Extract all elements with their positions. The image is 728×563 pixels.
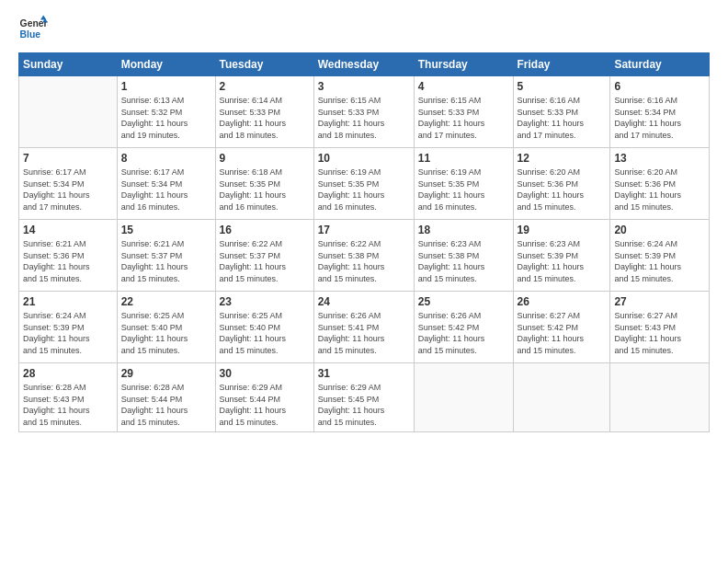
calendar-cell: 20Sunrise: 6:24 AM Sunset: 5:39 PM Dayli… bbox=[610, 220, 710, 292]
calendar-cell: 5Sunrise: 6:16 AM Sunset: 5:33 PM Daylig… bbox=[513, 76, 610, 148]
calendar-cell: 15Sunrise: 6:21 AM Sunset: 5:37 PM Dayli… bbox=[117, 220, 215, 292]
day-number: 20 bbox=[614, 224, 705, 236]
day-info: Sunrise: 6:28 AM Sunset: 5:43 PM Dayligh… bbox=[23, 382, 113, 428]
day-number: 26 bbox=[518, 295, 607, 308]
calendar-cell: 16Sunrise: 6:22 AM Sunset: 5:37 PM Dayli… bbox=[215, 220, 313, 292]
day-info: Sunrise: 6:28 AM Sunset: 5:44 PM Dayligh… bbox=[121, 382, 211, 428]
day-number: 3 bbox=[318, 80, 410, 93]
day-number: 17 bbox=[318, 224, 410, 236]
day-info: Sunrise: 6:23 AM Sunset: 5:38 PM Dayligh… bbox=[418, 238, 509, 284]
calendar-cell: 7Sunrise: 6:17 AM Sunset: 5:34 PM Daylig… bbox=[19, 148, 118, 220]
calendar-cell: 1Sunrise: 6:13 AM Sunset: 5:32 PM Daylig… bbox=[117, 76, 215, 148]
day-number: 25 bbox=[418, 295, 509, 308]
day-info: Sunrise: 6:25 AM Sunset: 5:40 PM Dayligh… bbox=[220, 310, 310, 356]
day-info: Sunrise: 6:22 AM Sunset: 5:37 PM Dayligh… bbox=[220, 238, 310, 284]
weekday-header: Sunday bbox=[19, 53, 118, 76]
calendar-cell: 31Sunrise: 6:29 AM Sunset: 5:45 PM Dayli… bbox=[313, 363, 414, 432]
day-info: Sunrise: 6:21 AM Sunset: 5:37 PM Dayligh… bbox=[121, 238, 211, 284]
svg-text:General: General bbox=[20, 18, 48, 29]
day-number: 2 bbox=[220, 80, 310, 93]
weekday-header: Friday bbox=[513, 53, 610, 76]
day-number: 9 bbox=[220, 152, 310, 165]
day-info: Sunrise: 6:15 AM Sunset: 5:33 PM Dayligh… bbox=[418, 95, 509, 141]
day-info: Sunrise: 6:24 AM Sunset: 5:39 PM Dayligh… bbox=[23, 310, 113, 356]
day-number: 22 bbox=[121, 295, 211, 308]
calendar-cell bbox=[610, 363, 710, 432]
day-number: 15 bbox=[121, 224, 211, 236]
calendar-cell: 4Sunrise: 6:15 AM Sunset: 5:33 PM Daylig… bbox=[414, 76, 513, 148]
day-info: Sunrise: 6:13 AM Sunset: 5:32 PM Dayligh… bbox=[121, 95, 211, 141]
calendar-cell: 24Sunrise: 6:26 AM Sunset: 5:41 PM Dayli… bbox=[313, 292, 414, 363]
calendar-cell: 19Sunrise: 6:23 AM Sunset: 5:39 PM Dayli… bbox=[513, 220, 610, 292]
day-number: 11 bbox=[418, 152, 509, 165]
weekday-header: Thursday bbox=[414, 53, 513, 76]
calendar-week-row: 1Sunrise: 6:13 AM Sunset: 5:32 PM Daylig… bbox=[19, 76, 710, 148]
day-number: 7 bbox=[23, 152, 113, 165]
calendar-week-row: 14Sunrise: 6:21 AM Sunset: 5:36 PM Dayli… bbox=[19, 220, 710, 292]
day-number: 14 bbox=[23, 224, 113, 236]
day-info: Sunrise: 6:14 AM Sunset: 5:33 PM Dayligh… bbox=[220, 95, 310, 141]
logo-icon: General Blue bbox=[18, 14, 48, 43]
calendar-cell: 8Sunrise: 6:17 AM Sunset: 5:34 PM Daylig… bbox=[117, 148, 215, 220]
calendar-cell: 18Sunrise: 6:23 AM Sunset: 5:38 PM Dayli… bbox=[414, 220, 513, 292]
day-info: Sunrise: 6:18 AM Sunset: 5:35 PM Dayligh… bbox=[220, 167, 310, 213]
day-info: Sunrise: 6:16 AM Sunset: 5:33 PM Dayligh… bbox=[518, 95, 607, 141]
day-number: 1 bbox=[121, 80, 211, 93]
svg-marker-2 bbox=[40, 16, 46, 20]
page-container: General Blue SundayMondayTuesdayWednesda… bbox=[0, 0, 728, 563]
header: General Blue bbox=[18, 14, 710, 43]
day-number: 13 bbox=[614, 152, 705, 165]
day-info: Sunrise: 6:26 AM Sunset: 5:41 PM Dayligh… bbox=[318, 310, 410, 356]
calendar-cell: 14Sunrise: 6:21 AM Sunset: 5:36 PM Dayli… bbox=[19, 220, 118, 292]
calendar-week-row: 7Sunrise: 6:17 AM Sunset: 5:34 PM Daylig… bbox=[19, 148, 710, 220]
day-number: 6 bbox=[614, 80, 705, 93]
calendar-cell: 11Sunrise: 6:19 AM Sunset: 5:35 PM Dayli… bbox=[414, 148, 513, 220]
calendar-cell: 29Sunrise: 6:28 AM Sunset: 5:44 PM Dayli… bbox=[117, 363, 215, 432]
day-info: Sunrise: 6:25 AM Sunset: 5:40 PM Dayligh… bbox=[121, 310, 211, 356]
day-info: Sunrise: 6:15 AM Sunset: 5:33 PM Dayligh… bbox=[318, 95, 410, 141]
weekday-header: Tuesday bbox=[215, 53, 313, 76]
calendar-table: SundayMondayTuesdayWednesdayThursdayFrid… bbox=[18, 52, 710, 432]
day-number: 4 bbox=[418, 80, 509, 93]
calendar-cell: 13Sunrise: 6:20 AM Sunset: 5:36 PM Dayli… bbox=[610, 148, 710, 220]
day-info: Sunrise: 6:21 AM Sunset: 5:36 PM Dayligh… bbox=[23, 238, 113, 284]
calendar-cell: 26Sunrise: 6:27 AM Sunset: 5:42 PM Dayli… bbox=[513, 292, 610, 363]
day-info: Sunrise: 6:20 AM Sunset: 5:36 PM Dayligh… bbox=[518, 167, 607, 213]
day-number: 18 bbox=[418, 224, 509, 236]
day-info: Sunrise: 6:19 AM Sunset: 5:35 PM Dayligh… bbox=[418, 167, 509, 213]
day-info: Sunrise: 6:27 AM Sunset: 5:42 PM Dayligh… bbox=[518, 310, 607, 356]
calendar-cell: 21Sunrise: 6:24 AM Sunset: 5:39 PM Dayli… bbox=[19, 292, 118, 363]
day-info: Sunrise: 6:20 AM Sunset: 5:36 PM Dayligh… bbox=[614, 167, 705, 213]
svg-text:Blue: Blue bbox=[20, 29, 41, 40]
calendar-header-row: SundayMondayTuesdayWednesdayThursdayFrid… bbox=[19, 53, 710, 76]
calendar-cell bbox=[19, 76, 118, 148]
day-number: 12 bbox=[518, 152, 607, 165]
day-info: Sunrise: 6:16 AM Sunset: 5:34 PM Dayligh… bbox=[614, 95, 705, 141]
day-number: 27 bbox=[614, 295, 705, 308]
calendar-cell: 3Sunrise: 6:15 AM Sunset: 5:33 PM Daylig… bbox=[313, 76, 414, 148]
day-info: Sunrise: 6:19 AM Sunset: 5:35 PM Dayligh… bbox=[318, 167, 410, 213]
day-number: 21 bbox=[23, 295, 113, 308]
day-info: Sunrise: 6:17 AM Sunset: 5:34 PM Dayligh… bbox=[121, 167, 211, 213]
day-number: 10 bbox=[318, 152, 410, 165]
day-info: Sunrise: 6:26 AM Sunset: 5:42 PM Dayligh… bbox=[418, 310, 509, 356]
day-number: 5 bbox=[518, 80, 607, 93]
day-number: 29 bbox=[121, 367, 211, 380]
calendar-cell bbox=[513, 363, 610, 432]
calendar-cell: 30Sunrise: 6:29 AM Sunset: 5:44 PM Dayli… bbox=[215, 363, 313, 432]
logo: General Blue bbox=[18, 14, 48, 43]
day-number: 8 bbox=[121, 152, 211, 165]
calendar-cell: 25Sunrise: 6:26 AM Sunset: 5:42 PM Dayli… bbox=[414, 292, 513, 363]
day-number: 30 bbox=[220, 367, 310, 380]
day-number: 31 bbox=[318, 367, 410, 380]
day-number: 24 bbox=[318, 295, 410, 308]
calendar-week-row: 28Sunrise: 6:28 AM Sunset: 5:43 PM Dayli… bbox=[19, 363, 710, 432]
day-number: 19 bbox=[518, 224, 607, 236]
calendar-cell: 12Sunrise: 6:20 AM Sunset: 5:36 PM Dayli… bbox=[513, 148, 610, 220]
calendar-cell: 6Sunrise: 6:16 AM Sunset: 5:34 PM Daylig… bbox=[610, 76, 710, 148]
weekday-header: Monday bbox=[117, 53, 215, 76]
calendar-cell: 27Sunrise: 6:27 AM Sunset: 5:43 PM Dayli… bbox=[610, 292, 710, 363]
weekday-header: Saturday bbox=[610, 53, 710, 76]
weekday-header: Wednesday bbox=[313, 53, 414, 76]
calendar-cell: 17Sunrise: 6:22 AM Sunset: 5:38 PM Dayli… bbox=[313, 220, 414, 292]
